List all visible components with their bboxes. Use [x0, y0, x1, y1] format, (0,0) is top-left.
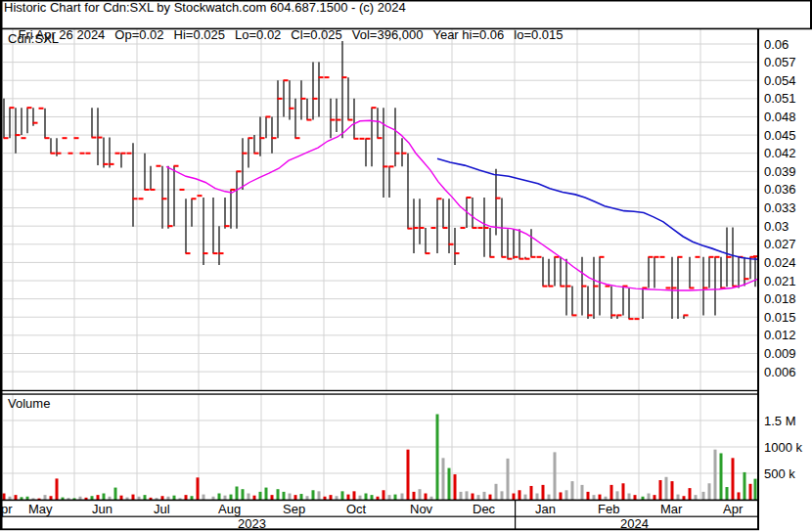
- month-label: Apr: [723, 502, 743, 516]
- price-axis-label: 0.012: [764, 328, 796, 342]
- volume-panel-label: Volume: [8, 397, 50, 411]
- chart-title: Historic Chart for Cdn:SXL by Stockwatch…: [4, 1, 406, 15]
- price-axis-label: 0.024: [764, 255, 796, 270]
- quote-line: Fri Apr 26 2024Op=0.02Hi=0.025Lo=0.02Cl=…: [4, 15, 573, 57]
- price-axis-label: 0.009: [764, 346, 796, 361]
- price-axis-label: 0.045: [764, 128, 796, 143]
- quote-close: Cl=0.025: [291, 27, 351, 42]
- month-label: Dec: [473, 502, 495, 516]
- price-axis-label: 0.006: [764, 365, 796, 379]
- year-label: 2023: [238, 516, 266, 531]
- month-label: Mar: [660, 502, 682, 516]
- price-axis-label: 0.039: [764, 164, 796, 179]
- price-axis-label: 0.048: [764, 110, 796, 124]
- month-label: Oct: [346, 502, 366, 516]
- volume-axis-label: 1000 k: [764, 440, 802, 455]
- month-label: Sep: [283, 502, 305, 516]
- price-axis-label: 0.042: [764, 146, 796, 160]
- stock-chart-page: Historic Chart for Cdn:SXL by Stockwatch…: [0, 0, 812, 531]
- month-label: pr: [1, 502, 13, 516]
- month-label: Jul: [154, 502, 170, 516]
- volume-axis-label: 1.5 M: [764, 414, 796, 428]
- price-axis-label: 0.03: [764, 219, 789, 234]
- price-axis-label: 0.036: [764, 182, 796, 197]
- price-axis-label: 0.015: [764, 310, 796, 325]
- price-axis-label: 0.06: [764, 37, 789, 52]
- month-label: Nov: [410, 502, 432, 516]
- month-label: Jan: [535, 502, 556, 516]
- price-axis-label: 0.018: [764, 291, 796, 306]
- quote-volume: Vol=396,000: [352, 27, 433, 42]
- price-axis-label: 0.054: [764, 73, 796, 88]
- price-axis-label: 0.021: [764, 274, 796, 288]
- volume-axis-label: 500 k: [764, 466, 795, 481]
- quote-year-hi: Year hi=0.06: [432, 27, 514, 42]
- month-label: May: [28, 502, 53, 516]
- month-label: Aug: [218, 502, 241, 516]
- month-label: Feb: [598, 502, 619, 516]
- quote-low: Lo=0.02: [235, 27, 291, 42]
- price-axis-label: 0.033: [764, 200, 796, 215]
- price-axis-label: 0.051: [764, 91, 796, 106]
- price-axis-label: 0.027: [764, 237, 796, 251]
- quote-high: Hi=0.025: [174, 27, 235, 42]
- symbol-label: Cdn:SXL: [8, 32, 59, 46]
- quote-open: Op=0.02: [114, 27, 173, 42]
- quote-year-lo: lo=0.015: [514, 27, 572, 42]
- month-label: Jun: [92, 502, 113, 516]
- chart-canvas: [0, 0, 812, 531]
- price-axis-label: 0.057: [764, 55, 796, 69]
- year-label: 2024: [620, 516, 649, 531]
